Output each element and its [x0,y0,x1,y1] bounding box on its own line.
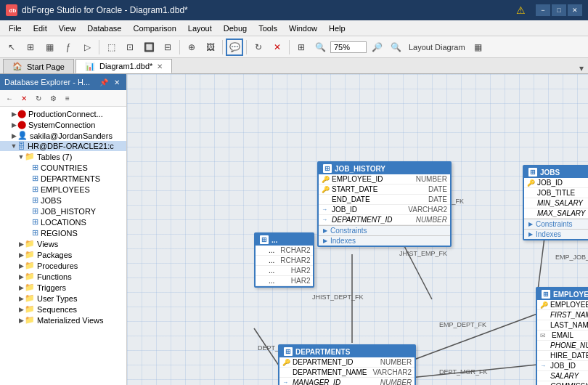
sidebar-item-countries[interactable]: ⊞ COUNTRIES [0,162,126,173]
unknown-tool3[interactable]: 🔲 [140,38,158,56]
unknown-tool4[interactable]: ⊟ [159,38,176,56]
menu-comparison[interactable]: Comparison [127,23,181,34]
layout-options-button[interactable]: ▦ [470,38,487,56]
table-name-label: JOBS [540,169,560,177]
table-tool-button[interactable]: ⊞ [22,38,39,56]
er-table-header-departments[interactable]: ⊞ DEPARTMENTS [279,346,415,357]
field-icon: · [540,312,547,319]
table-name-label: LOCATIONS [41,218,86,227]
er-field-manager-id: → MANAGER_ID NUMBER [279,378,415,385]
er-indexes-section[interactable]: ▶ Indexes [524,229,588,239]
callout-button[interactable]: 💬 [226,38,243,56]
zoom-search-button[interactable]: 🔍 [311,38,329,56]
sidebar-item-jobs[interactable]: ⊞ JOBS [0,195,126,206]
sidebar-item-tables[interactable]: ▼ 📁 Tables (7) [0,151,126,162]
refresh-button[interactable]: ↻ [250,38,267,56]
sidebar-item-user-types[interactable]: ▶ 📁 User Types [0,293,126,304]
select-all-button[interactable]: ⬚ [102,38,120,56]
sidebar-item-hr[interactable]: ▼ 🗄 HR@DBF-ORACLE21:c [0,141,126,151]
close-button[interactable]: ✕ [568,4,582,16]
table-icon: ⊞ [32,206,38,216]
sidebar-item-job-history[interactable]: ⊞ JOB_HISTORY [0,206,126,216]
tab-close-button[interactable]: ✕ [157,62,163,70]
menu-layout[interactable]: Layout [182,23,218,34]
menu-help[interactable]: Help [323,23,351,34]
sidebar-item-functions[interactable]: ▶ 📁 Functions [0,271,126,282]
er-field-end-date: · END_DATE DATE [319,195,450,205]
menu-debug[interactable]: Debug [218,23,253,34]
unknown-tool1[interactable]: ▷ [78,38,96,56]
table-name-label: JOB_HISTORY [335,165,385,173]
insert-button[interactable]: ⊕ [183,38,200,56]
cursor-tool-button[interactable]: ↖ [3,38,20,56]
unknown-tool2[interactable]: ⊡ [121,38,139,56]
er-table-employees[interactable]: ⊞ EMPLOYEES 🔑 EMPLOYEE_ID NUMBER · FIRST… [536,287,588,385]
tab-diagram[interactable]: 📊 Diagram1.dbd* ✕ [75,59,172,73]
sidebar-item-locations[interactable]: ⊞ LOCATIONS [0,216,126,227]
er-field-job-id: → JOB_ID VARCHAR2 [537,361,588,371]
sidebar-item-procedures[interactable]: ▶ 📁 Procedures [0,260,126,271]
diagram-canvas[interactable]: JHIST_JOB_FK JHIST_EMP_FK JHIST_DEPT_FK … [127,74,588,385]
formula-tool-button[interactable]: ƒ [60,38,77,56]
er-table-header-job-history[interactable]: ⊞ JOB_HISTORY [319,163,450,174]
sidebar-back-button[interactable]: ← [3,92,16,105]
table-name-label: EMPLOYEES [553,291,588,299]
zoom-out-button[interactable]: 🔍 [387,38,404,56]
er-table-header-partial[interactable]: ⊞ ... [256,234,313,246]
tab-start-page[interactable]: 🏠 Start Page [3,59,74,73]
minimize-button[interactable]: − [536,4,550,16]
er-table-partial[interactable]: ⊞ ... ... RCHAR2 ... RCHAR2 ... HAR2 ... [254,232,314,288]
er-field-row: ... RCHAR2 [256,246,313,256]
sidebar-pin-button[interactable]: 📌 [97,78,110,87]
table-name-label: EMPLOYEES [41,185,90,194]
er-constraints-section[interactable]: ▶ Constraints [319,225,450,235]
sidebar-item-system[interactable]: ▶ ⬤ SystemConnection [0,119,126,130]
sidebar-remove-button[interactable]: ✕ [17,92,30,105]
sidebar-item-production[interactable]: ▶ ⬤ ProductionConnect... [0,108,126,119]
zoom-in-button[interactable]: 🔎 [368,38,385,56]
er-table-departments[interactable]: ⊞ DEPARTMENTS 🔑 DEPARTMENT_ID NUMBER · D… [278,344,416,385]
sidebar-item-regions[interactable]: ⊞ REGIONS [0,227,126,238]
connection-label: sakila@JordanSanders [30,131,113,140]
er-field-hire-date: · HIRE_DATE DATE [537,351,588,361]
sidebar-item-triggers[interactable]: ▶ 📁 Triggers [0,282,126,293]
er-indexes-section[interactable]: ▶ Indexes [319,235,450,246]
constraints-label: Constraints [330,227,367,235]
stop-button[interactable]: ✕ [269,38,286,56]
sidebar-filter-button[interactable]: ⚙ [46,92,60,105]
zoom-tools-button[interactable]: ⊞ [293,38,310,56]
menu-window[interactable]: Window [283,23,323,34]
tab-overflow-button[interactable]: ▾ [575,63,588,73]
sidebar-refresh-button[interactable]: ↻ [32,92,45,105]
er-table-job-history[interactable]: ⊞ JOB_HISTORY 🔑 EMPLOYEE_ID NUMBER 🔑 STA… [317,161,452,247]
table-icon: ⊞ [32,195,38,205]
menu-file[interactable]: File [3,23,28,34]
app-icon: db [6,4,17,16]
sidebar-item-packages[interactable]: ▶ 📁 Packages [0,249,126,260]
fk-icon: → [322,206,329,213]
er-constraints-section[interactable]: ▶ Constraints [524,219,588,229]
sidebar-close-button[interactable]: ✕ [112,78,122,87]
connection-label: HR@DBF-ORACLE21:c [28,142,114,150]
maximize-button[interactable]: □ [552,4,566,16]
menu-tools[interactable]: Tools [253,23,283,34]
toggle-arrow: ▶ [323,238,327,244]
menu-database[interactable]: Database [81,23,127,34]
sidebar-item-sequences[interactable]: ▶ 📁 Sequences [0,304,126,315]
image-button[interactable]: 🖼 [202,38,219,56]
er-table-header-employees[interactable]: ⊞ EMPLOYEES [537,288,588,300]
folder-icon: 📁 [25,315,35,325]
menu-edit[interactable]: Edit [28,23,53,34]
zoom-input[interactable]: 75% [330,41,367,53]
sidebar-item-views[interactable]: ▶ 📁 Views [0,238,126,249]
er-field-employee-id: 🔑 EMPLOYEE_ID NUMBER [537,300,588,310]
menu-view[interactable]: View [53,23,82,34]
grid-tool-button[interactable]: ▦ [41,38,58,56]
er-table-jobs[interactable]: ⊞ JOBS 🔑 JOB_ID VARCHAR2 · JOB_TITLE VAR… [523,165,588,240]
sidebar-item-employees[interactable]: ⊞ EMPLOYEES [0,184,126,195]
sidebar-item-sakila[interactable]: ▶ 👤 sakila@JordanSanders [0,130,126,141]
sidebar-item-departments[interactable]: ⊞ DEPARTMENTS [0,173,126,184]
er-table-header-jobs[interactable]: ⊞ JOBS [524,166,588,178]
sidebar-item-materialized-views[interactable]: ▶ 📁 Materialized Views [0,315,126,325]
sidebar-settings-button[interactable]: ≡ [61,92,74,105]
